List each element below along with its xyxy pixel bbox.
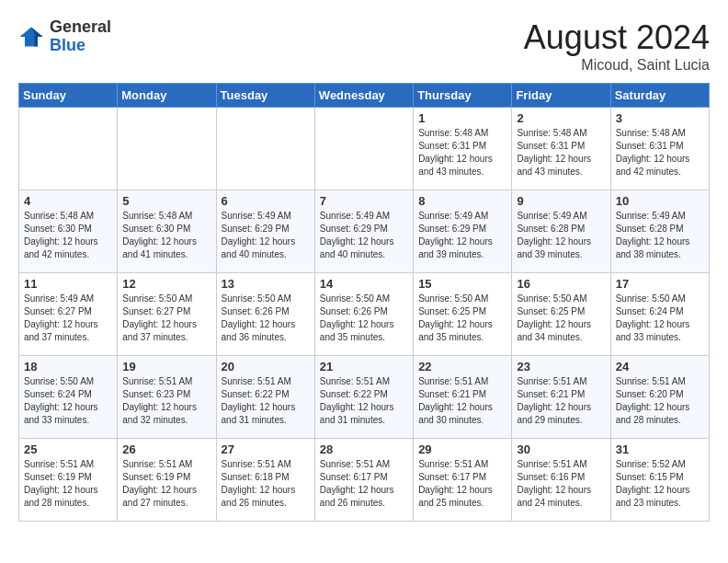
day-info: Sunrise: 5:51 AM Sunset: 6:16 PM Dayligh… [517,458,605,510]
calendar-cell: 18Sunrise: 5:50 AM Sunset: 6:24 PM Dayli… [19,356,118,439]
day-number: 14 [320,277,408,291]
day-info: Sunrise: 5:50 AM Sunset: 6:24 PM Dayligh… [24,375,112,427]
calendar-cell: 28Sunrise: 5:51 AM Sunset: 6:17 PM Dayli… [314,439,413,522]
day-info: Sunrise: 5:51 AM Sunset: 6:19 PM Dayligh… [24,458,112,510]
day-number: 8 [418,194,506,208]
day-number: 11 [24,277,112,291]
day-number: 31 [616,442,704,456]
day-number: 1 [418,111,506,125]
day-info: Sunrise: 5:50 AM Sunset: 6:27 PM Dayligh… [122,293,210,344]
calendar-week-row: 25Sunrise: 5:51 AM Sunset: 6:19 PM Dayli… [19,439,710,522]
day-number: 17 [616,277,704,291]
logo: General Blue [18,18,111,55]
calendar-cell: 30Sunrise: 5:51 AM Sunset: 6:16 PM Dayli… [512,439,610,522]
day-info: Sunrise: 5:51 AM Sunset: 6:22 PM Dayligh… [222,375,310,427]
weekday-header-saturday: Saturday [610,84,709,108]
day-info: Sunrise: 5:51 AM Sunset: 6:17 PM Dayligh… [418,458,506,510]
day-info: Sunrise: 5:49 AM Sunset: 6:27 PM Dayligh… [24,293,112,344]
weekday-header-tuesday: Tuesday [216,84,314,108]
day-info: Sunrise: 5:48 AM Sunset: 6:30 PM Dayligh… [24,210,112,261]
calendar-cell: 12Sunrise: 5:50 AM Sunset: 6:27 PM Dayli… [118,273,216,356]
day-number: 25 [24,442,112,456]
day-number: 10 [616,194,704,208]
day-info: Sunrise: 5:48 AM Sunset: 6:31 PM Dayligh… [616,127,704,178]
day-info: Sunrise: 5:50 AM Sunset: 6:24 PM Dayligh… [616,293,704,344]
day-number: 22 [418,360,506,373]
day-info: Sunrise: 5:49 AM Sunset: 6:28 PM Dayligh… [616,210,704,261]
day-number: 28 [320,442,408,456]
month-year-title: August 2024 [524,18,710,57]
day-info: Sunrise: 5:51 AM Sunset: 6:22 PM Dayligh… [320,375,408,427]
day-info: Sunrise: 5:48 AM Sunset: 6:31 PM Dayligh… [517,127,605,178]
day-number: 3 [616,111,704,125]
day-info: Sunrise: 5:48 AM Sunset: 6:30 PM Dayligh… [122,210,210,261]
day-number: 5 [122,194,210,208]
calendar-cell: 16Sunrise: 5:50 AM Sunset: 6:25 PM Dayli… [512,273,610,356]
day-info: Sunrise: 5:51 AM Sunset: 6:21 PM Dayligh… [418,375,506,427]
title-block: August 2024 Micoud, Saint Lucia [524,18,710,74]
day-info: Sunrise: 5:51 AM Sunset: 6:19 PM Dayligh… [122,458,210,510]
day-number: 2 [517,111,605,125]
calendar-cell: 4Sunrise: 5:48 AM Sunset: 6:30 PM Daylig… [19,190,118,273]
day-number: 20 [222,360,310,373]
day-number: 13 [222,277,310,291]
day-number: 12 [122,277,210,291]
day-number: 23 [517,360,605,373]
day-info: Sunrise: 5:50 AM Sunset: 6:25 PM Dayligh… [418,293,506,344]
calendar-cell: 21Sunrise: 5:51 AM Sunset: 6:22 PM Dayli… [314,356,413,439]
calendar-cell: 3Sunrise: 5:48 AM Sunset: 6:31 PM Daylig… [610,108,709,190]
logo-icon [18,24,44,50]
calendar-cell: 10Sunrise: 5:49 AM Sunset: 6:28 PM Dayli… [610,190,709,273]
calendar-cell [118,108,216,190]
day-info: Sunrise: 5:49 AM Sunset: 6:29 PM Dayligh… [222,210,310,261]
day-info: Sunrise: 5:48 AM Sunset: 6:31 PM Dayligh… [418,127,506,178]
calendar-cell: 25Sunrise: 5:51 AM Sunset: 6:19 PM Dayli… [19,439,118,522]
day-info: Sunrise: 5:51 AM Sunset: 6:17 PM Dayligh… [320,458,408,510]
weekday-header-friday: Friday [512,84,610,108]
weekday-header-thursday: Thursday [414,84,512,108]
calendar-week-row: 1Sunrise: 5:48 AM Sunset: 6:31 PM Daylig… [19,108,710,190]
calendar-cell: 15Sunrise: 5:50 AM Sunset: 6:25 PM Dayli… [414,273,512,356]
day-number: 18 [24,360,112,373]
day-number: 16 [517,277,605,291]
calendar-week-row: 4Sunrise: 5:48 AM Sunset: 6:30 PM Daylig… [19,190,710,273]
day-number: 26 [122,442,210,456]
calendar-cell: 9Sunrise: 5:49 AM Sunset: 6:28 PM Daylig… [512,190,610,273]
calendar-cell: 27Sunrise: 5:51 AM Sunset: 6:18 PM Dayli… [216,439,314,522]
calendar-header-row: SundayMondayTuesdayWednesdayThursdayFrid… [19,84,710,108]
day-number: 29 [418,442,506,456]
day-info: Sunrise: 5:51 AM Sunset: 6:23 PM Dayligh… [122,375,210,427]
calendar-cell: 1Sunrise: 5:48 AM Sunset: 6:31 PM Daylig… [414,108,512,190]
day-info: Sunrise: 5:52 AM Sunset: 6:15 PM Dayligh… [616,458,704,510]
calendar-cell: 19Sunrise: 5:51 AM Sunset: 6:23 PM Dayli… [118,356,216,439]
calendar-cell: 5Sunrise: 5:48 AM Sunset: 6:30 PM Daylig… [118,190,216,273]
calendar-cell [216,108,314,190]
calendar-cell: 2Sunrise: 5:48 AM Sunset: 6:31 PM Daylig… [512,108,610,190]
day-info: Sunrise: 5:51 AM Sunset: 6:18 PM Dayligh… [222,458,310,510]
day-number: 6 [222,194,310,208]
day-info: Sunrise: 5:49 AM Sunset: 6:28 PM Dayligh… [517,210,605,261]
calendar-cell: 22Sunrise: 5:51 AM Sunset: 6:21 PM Dayli… [414,356,512,439]
day-info: Sunrise: 5:50 AM Sunset: 6:26 PM Dayligh… [320,293,408,344]
logo-general-text: General [50,18,111,37]
day-number: 15 [418,277,506,291]
calendar-cell: 14Sunrise: 5:50 AM Sunset: 6:26 PM Dayli… [314,273,413,356]
day-number: 27 [222,442,310,456]
location-subtitle: Micoud, Saint Lucia [524,57,710,74]
day-info: Sunrise: 5:50 AM Sunset: 6:26 PM Dayligh… [222,293,310,344]
calendar-cell: 13Sunrise: 5:50 AM Sunset: 6:26 PM Dayli… [216,273,314,356]
calendar-week-row: 11Sunrise: 5:49 AM Sunset: 6:27 PM Dayli… [19,273,710,356]
calendar-cell: 29Sunrise: 5:51 AM Sunset: 6:17 PM Dayli… [414,439,512,522]
day-number: 24 [616,360,704,373]
weekday-header-sunday: Sunday [19,84,118,108]
logo-blue-text: Blue [50,37,111,55]
day-info: Sunrise: 5:51 AM Sunset: 6:20 PM Dayligh… [616,375,704,427]
calendar-cell [314,108,413,190]
weekday-header-wednesday: Wednesday [314,84,413,108]
page-header: General Blue August 2024 Micoud, Saint L… [18,18,710,74]
calendar-cell [19,108,118,190]
logo-text: General Blue [50,18,111,55]
day-number: 30 [517,442,605,456]
day-number: 4 [24,194,112,208]
day-number: 19 [122,360,210,373]
